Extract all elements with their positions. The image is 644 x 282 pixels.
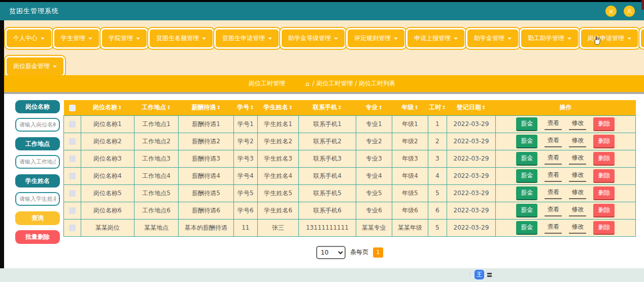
column-header-学号[interactable]: 学号↕	[233, 100, 257, 115]
user-icon[interactable]	[624, 6, 635, 17]
delete-button[interactable]: 删除	[593, 169, 615, 183]
ime-menu-icon[interactable]	[487, 273, 492, 277]
page-number-button[interactable]: 1	[373, 247, 383, 258]
nav-item-勤工助学管理[interactable]: 勤工助学管理	[520, 28, 580, 49]
actions-cell: 薪金查看修改删除	[495, 150, 635, 167]
view-button[interactable]: 查看	[545, 204, 562, 216]
column-header-专业[interactable]: 专业↕	[356, 100, 392, 115]
view-button[interactable]: 查看	[545, 135, 562, 147]
salary-button[interactable]: 薪金	[516, 152, 537, 166]
table-cell: 岗位名称3	[81, 150, 134, 167]
sort-icon[interactable]: ↕	[378, 105, 382, 110]
view-button[interactable]: 查看	[545, 187, 562, 199]
nav-item-贫困生名额管理[interactable]: 贫困生名额管理	[148, 28, 214, 49]
edit-button[interactable]: 修改	[569, 118, 586, 130]
delete-button[interactable]: 删除	[593, 221, 615, 235]
column-header-学生姓名[interactable]: 学生姓名↕	[258, 100, 299, 115]
view-button[interactable]: 查看	[545, 118, 562, 130]
column-header-工时[interactable]: 工时↕	[428, 100, 447, 115]
action-buttons: 薪金查看修改删除	[496, 152, 635, 166]
delete-button[interactable]: 删除	[593, 204, 615, 217]
delete-button[interactable]: 删除	[593, 135, 615, 148]
ime-icon[interactable]: 王	[474, 270, 484, 279]
filter-label-工作地点[interactable]: 工作地点	[15, 137, 60, 150]
view-button[interactable]: 查看	[545, 222, 562, 234]
column-header-年级[interactable]: 年级↕	[392, 100, 428, 115]
row-checkbox[interactable]	[69, 207, 76, 214]
nav-item-学生管理[interactable]: 学生管理	[53, 28, 100, 49]
sort-icon[interactable]: ↕	[118, 105, 122, 110]
table-cell: 专业6	[356, 202, 392, 219]
sort-icon[interactable]: ↕	[288, 105, 292, 110]
edit-button[interactable]: 修改	[569, 170, 586, 182]
salary-button[interactable]: 薪金	[516, 135, 537, 148]
page-size-select[interactable]: 10	[316, 246, 346, 259]
nav-item-助学金管理[interactable]: 助学金管理	[466, 28, 520, 49]
row-checkbox[interactable]	[69, 138, 76, 145]
close-icon[interactable]: ×	[605, 6, 617, 17]
delete-button[interactable]: 删除	[593, 152, 615, 166]
nav-item-申请上报管理[interactable]: 申请上报管理	[406, 28, 466, 49]
filter-input-工作地点[interactable]	[15, 155, 60, 169]
table-cell: 2022-03-29	[447, 202, 496, 219]
nav-item-学院管理[interactable]: 学院管理	[100, 28, 148, 49]
table-cell: 年级2	[392, 133, 428, 150]
edit-button[interactable]: 修改	[569, 187, 586, 199]
row-select-cell	[64, 202, 81, 219]
edit-button[interactable]: 修改	[569, 222, 586, 234]
row-checkbox[interactable]	[69, 155, 76, 162]
row-checkbox[interactable]	[69, 173, 76, 179]
delete-button[interactable]: 删除	[593, 186, 615, 200]
view-button[interactable]: 查看	[545, 170, 562, 182]
batch-delete-button[interactable]: 批量删除	[15, 230, 60, 244]
select-all-checkbox[interactable]	[69, 105, 76, 111]
table-cell: 薪酬待遇4	[179, 167, 233, 184]
edit-button[interactable]: 修改	[569, 152, 586, 165]
filter-sidebar: 岗位名称工作地点学生姓名查询 批量删除	[15, 100, 60, 268]
nav-item-岗位申请管理[interactable]: 岗位申请管理	[580, 28, 639, 49]
column-header-联系手机[interactable]: 联系手机↕	[299, 100, 356, 115]
sort-icon[interactable]: ↕	[414, 105, 418, 110]
column-header-薪酬待遇[interactable]: 薪酬待遇↕	[179, 100, 233, 115]
table-cell: 学生姓名4	[258, 167, 299, 184]
sort-icon[interactable]: ↕	[482, 105, 486, 110]
column-header-工作地点[interactable]: 工作地点↕	[134, 100, 179, 115]
actions-cell: 薪金查看修改删除	[495, 167, 635, 184]
taskbar: ⋮ 王	[0, 268, 644, 282]
edit-button[interactable]: 修改	[569, 204, 586, 216]
table-cell: 某某年级	[392, 219, 428, 236]
table-row: 某某岗位某某地点基本的薪酬待遇11张三13111111111某某专业某某年级52…	[64, 219, 636, 236]
row-checkbox[interactable]	[69, 225, 76, 231]
sort-icon[interactable]: ↕	[442, 105, 446, 110]
nav-item-助学金等级管理[interactable]: 助学金等级管理	[280, 28, 346, 49]
sort-icon[interactable]: ↕	[216, 105, 220, 110]
column-header-登记日期[interactable]: 登记日期↕	[447, 100, 496, 115]
nav-item-岗位工时管理[interactable]: 岗位工时管理	[639, 28, 644, 49]
row-checkbox[interactable]	[69, 121, 76, 128]
salary-button[interactable]: 薪金	[516, 186, 537, 200]
salary-button[interactable]: 薪金	[516, 204, 537, 217]
home-icon[interactable]: ⌂	[306, 80, 310, 87]
sort-icon[interactable]: ↕	[166, 105, 171, 110]
nav-item-贫困生申请管理[interactable]: 贫困生申请管理	[214, 28, 280, 49]
delete-button[interactable]: 删除	[593, 117, 615, 131]
column-header-岗位名称[interactable]: 岗位名称↕	[81, 100, 134, 115]
filter-label-学生姓名[interactable]: 学生姓名	[15, 174, 60, 187]
query-button[interactable]: 查询	[15, 211, 60, 225]
sort-icon[interactable]: ↕	[337, 105, 342, 110]
table-cell: 学号1	[233, 115, 257, 133]
sort-icon[interactable]: ↕	[250, 105, 254, 110]
salary-button[interactable]: 薪金	[516, 117, 537, 131]
nav-item-评定规则管理[interactable]: 评定规则管理	[346, 28, 406, 49]
breadcrumb: 岗位工时管理 ⌂ / 岗位工时管理 / 岗位工时列表	[0, 75, 644, 92]
view-button[interactable]: 查看	[545, 152, 562, 165]
filter-input-学生姓名[interactable]	[15, 192, 60, 206]
row-checkbox[interactable]	[69, 190, 76, 197]
filter-input-岗位名称[interactable]	[15, 118, 60, 132]
salary-button[interactable]: 薪金	[516, 221, 537, 235]
filter-label-岗位名称[interactable]: 岗位名称	[15, 100, 60, 113]
nav-item-岗位薪金管理[interactable]: 岗位薪金管理	[5, 56, 65, 77]
edit-button[interactable]: 修改	[569, 135, 586, 147]
nav-item-个人中心[interactable]: 个人中心	[5, 28, 53, 49]
salary-button[interactable]: 薪金	[516, 169, 537, 183]
